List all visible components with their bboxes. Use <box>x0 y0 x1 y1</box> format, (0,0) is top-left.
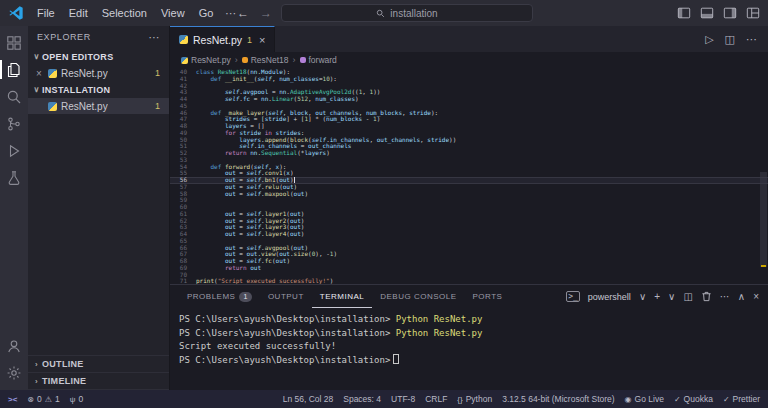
testing-icon[interactable] <box>0 164 28 191</box>
terminal-command: Python ResNet.py <box>390 314 482 324</box>
search-text: installation <box>390 8 437 19</box>
kill-terminal-icon[interactable] <box>701 291 712 302</box>
quokka-icon: ✓ <box>674 395 681 404</box>
problems-badge: 1 <box>155 68 160 78</box>
search-icon[interactable] <box>0 83 28 110</box>
ports-status[interactable]: ψ0 <box>65 390 88 408</box>
title-bar-center: ← → installation <box>235 0 533 26</box>
problems-badge: 1 <box>155 101 160 111</box>
menu-view[interactable]: View <box>154 0 192 26</box>
new-terminal-dropdown-icon[interactable]: ∨ <box>668 291 675 302</box>
panel-tab-output[interactable]: OUTPUT <box>260 285 312 308</box>
section-header-timeline[interactable]: ›TIMELINE <box>28 373 169 390</box>
code-line[interactable]: 59 <box>170 197 768 204</box>
code-text: out = self.maxpool(out) <box>196 191 768 198</box>
settings-gear-icon[interactable] <box>0 359 28 386</box>
toggle-sidebar-icon[interactable] <box>677 6 691 20</box>
close-editor-icon[interactable]: × <box>34 68 44 79</box>
title-bar-actions <box>677 0 760 26</box>
language-mode[interactable]: {}Python <box>452 390 497 408</box>
status-bar-right: Ln 56, Col 28Spaces: 4UTF-8CRLF{}Python3… <box>278 390 765 408</box>
panel-header: PROBLEMS1OUTPUTTERMINALDEBUG CONSOLEPORT… <box>170 285 768 308</box>
editor-more-actions-icon[interactable]: ⋯ <box>746 33 757 46</box>
toggle-panel-icon[interactable] <box>700 6 714 20</box>
remote-indicator[interactable]: >< <box>3 390 22 408</box>
run-debug-icon[interactable] <box>0 137 28 164</box>
method-symbol-icon <box>300 57 306 63</box>
panel-tab-terminal[interactable]: TERMINAL <box>312 285 372 308</box>
prettier[interactable]: ✓Prettier <box>718 390 765 408</box>
code-line[interactable]: 58 out = self.maxpool(out) <box>170 191 768 198</box>
eol[interactable]: CRLF <box>420 390 452 408</box>
code-line[interactable]: 64 out = self.layer4(out) <box>170 231 768 238</box>
menu-go[interactable]: Go <box>192 0 221 26</box>
editor-actions: ▷ ◫ ⋯ <box>705 26 768 52</box>
section-header-installation[interactable]: ∨INSTALLATION <box>28 81 169 98</box>
tab-resnet-py[interactable]: ResNet.py 1 × <box>170 26 275 52</box>
split-editor-icon[interactable]: ◫ <box>725 33 735 46</box>
code-line[interactable]: 52 return nn.Sequential(*layers) <box>170 150 768 157</box>
panel-tab-problems[interactable]: PROBLEMS1 <box>179 285 260 308</box>
shell-picker-chevron-icon[interactable]: ∨ <box>639 291 646 302</box>
sidebar-title: EXPLORER <box>37 32 91 42</box>
terminal-line: PS C:\Users\ayush\Desktop\installation> <box>179 354 768 368</box>
python-file-icon <box>181 57 188 64</box>
section-label: TIMELINE <box>42 376 86 386</box>
run-python-file-icon[interactable]: ▷ <box>705 33 713 46</box>
section-label: INSTALLATION <box>42 85 110 95</box>
shell-label[interactable]: powershell <box>588 292 631 302</box>
python-interpreter[interactable]: 3.12.5 64-bit (Microsoft Store) <box>497 390 619 408</box>
indentation[interactable]: Spaces: 4 <box>338 390 386 408</box>
code-line[interactable]: 71print("Script executed successfully!") <box>170 278 768 284</box>
breadcrumb-item-forward[interactable]: forward <box>300 55 337 65</box>
panel-more-actions-icon[interactable]: ⋯ <box>720 291 730 302</box>
source-control-icon[interactable] <box>0 110 28 137</box>
menu-selection[interactable]: Selection <box>95 0 154 26</box>
encoding[interactable]: UTF-8 <box>386 390 420 408</box>
tab-close-icon[interactable]: × <box>259 34 265 46</box>
maximize-panel-icon[interactable]: ∧ <box>738 291 745 302</box>
terminal-prompt: PS C:\Users\ayush\Desktop\installation> <box>179 314 390 324</box>
file-item-resnet-py[interactable]: ResNet.py1 <box>28 98 169 114</box>
code-line[interactable]: 44 self.fc = nn.Linear(512, num_classes) <box>170 96 768 103</box>
section-header-outline[interactable]: ›OUTLINE <box>28 356 169 373</box>
menu-edit[interactable]: Edit <box>62 0 95 26</box>
customize-layout-icon[interactable] <box>746 6 760 20</box>
scrollbar-thumb[interactable] <box>760 172 767 267</box>
account-icon[interactable] <box>0 332 28 359</box>
close-panel-icon[interactable]: × <box>753 291 759 302</box>
file-item-resnet-py[interactable]: ×ResNet.py1 <box>28 65 169 81</box>
terminal-content[interactable]: PS C:\Users\ayush\Desktop\installation> … <box>170 308 768 390</box>
terminal-command: Python ResNet.py <box>390 328 482 338</box>
menu-file[interactable]: File <box>30 0 62 26</box>
file-name: ResNet.py <box>61 68 108 79</box>
editor-scrollbar[interactable] <box>759 68 768 284</box>
python-file-icon <box>179 35 188 44</box>
breadcrumb-separator: › <box>235 55 238 65</box>
quokka[interactable]: ✓Quokka <box>669 390 718 408</box>
extensions-icon[interactable] <box>0 29 28 56</box>
breadcrumb-item-resnet-py[interactable]: ResNet.py <box>181 55 231 65</box>
panel-tab-ports[interactable]: PORTS <box>465 285 511 308</box>
toggle-secondary-sidebar-icon[interactable] <box>723 6 737 20</box>
explorer-more-actions-icon[interactable]: ⋯ <box>148 31 160 44</box>
explorer-icon[interactable] <box>0 56 28 83</box>
language-mode-icon: {} <box>457 395 462 404</box>
problems-status[interactable]: ⊗0⚠1 <box>22 390 64 408</box>
nav-back-icon[interactable]: ← <box>235 6 251 20</box>
go-live[interactable]: ◉Go Live <box>620 390 669 408</box>
command-center-search[interactable]: installation <box>281 4 533 22</box>
error-icon: ⊗ <box>27 395 34 404</box>
code-text: def __init__(self, num_classes=10): <box>196 76 768 83</box>
split-terminal-icon[interactable]: ◫ <box>683 291 692 302</box>
new-terminal-icon[interactable]: + <box>654 291 660 302</box>
code-line[interactable]: 41 def __init__(self, num_classes=10): <box>170 76 768 83</box>
nav-forward-icon[interactable]: → <box>258 6 274 20</box>
code-lines: 40class ResNet18(nn.Module):41 def __ini… <box>170 69 768 284</box>
breadcrumb-item-resnet18[interactable]: ResNet18 <box>242 55 289 65</box>
section-header-open-editors[interactable]: ∨OPEN EDITORS <box>28 48 169 65</box>
code-line[interactable]: 69 return out <box>170 265 768 272</box>
panel-tab-debug-console[interactable]: DEBUG CONSOLE <box>372 285 464 308</box>
code-editor[interactable]: 40class ResNet18(nn.Module):41 def __ini… <box>170 68 768 284</box>
cursor-position[interactable]: Ln 56, Col 28 <box>278 390 339 408</box>
